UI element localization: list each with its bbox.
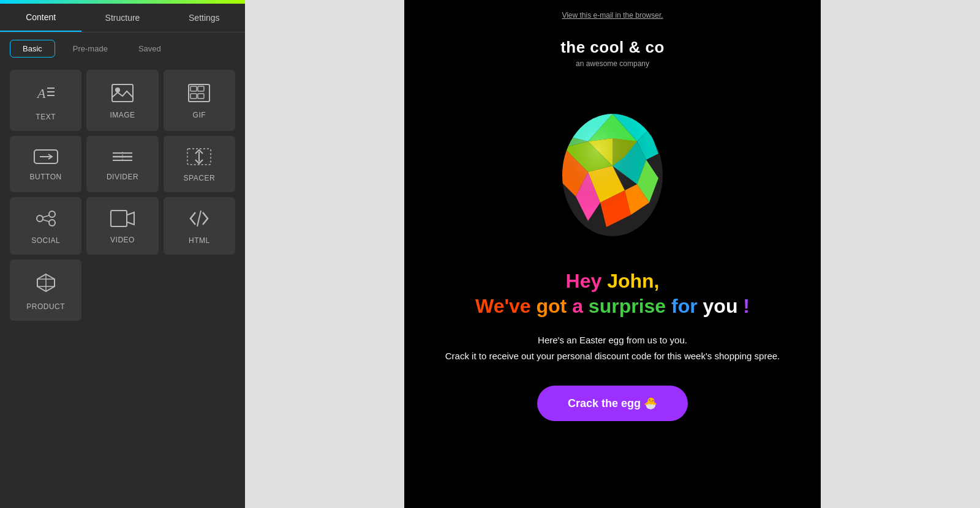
- svg-rect-9: [190, 94, 197, 99]
- svg-point-19: [49, 211, 55, 217]
- svg-line-22: [43, 215, 49, 217]
- tab-structure[interactable]: Structure: [81, 4, 163, 32]
- headline-line2: We've got a surprise for you !: [475, 295, 750, 318]
- block-product[interactable]: PRODUCT: [10, 260, 81, 321]
- brand-tagline: an awesome company: [560, 59, 665, 68]
- email-logo-area: the cool & co an awesome company: [560, 26, 665, 86]
- block-gif[interactable]: GIF: [164, 70, 235, 131]
- svg-point-20: [49, 220, 55, 226]
- body-line1: Here's an Easter egg from us to you.: [538, 335, 687, 345]
- browser-link[interactable]: View this e-mail in the browser.: [562, 0, 663, 26]
- got-text: got: [537, 295, 573, 317]
- svg-text:A: A: [36, 86, 46, 101]
- crack-egg-button[interactable]: Crack the egg 🐣: [537, 386, 688, 421]
- svg-line-23: [43, 220, 49, 222]
- tab-content[interactable]: Content: [0, 4, 81, 32]
- gif-icon: [188, 84, 210, 105]
- button-icon: [34, 149, 58, 166]
- svg-rect-6: [189, 84, 209, 102]
- block-button[interactable]: BUTTON: [10, 136, 81, 192]
- surprise-text: surprise: [589, 295, 671, 317]
- easter-egg-svg: [551, 99, 674, 245]
- block-button-label: BUTTON: [30, 173, 62, 181]
- for-text: for: [671, 295, 703, 317]
- spacer-icon: [187, 148, 211, 168]
- block-image[interactable]: IMAGE: [86, 70, 158, 131]
- a-text: a: [572, 295, 589, 317]
- product-icon: [35, 272, 57, 296]
- block-social-label: SOCIAL: [31, 236, 60, 245]
- block-divider[interactable]: DIVIDER: [86, 136, 158, 192]
- block-text[interactable]: A TEXT: [10, 70, 81, 131]
- body-line2: Crack it to receive out your personal di…: [445, 351, 780, 361]
- svg-rect-10: [198, 94, 204, 99]
- text-icon: A: [35, 82, 57, 106]
- image-icon: [111, 84, 134, 105]
- exclaim-text: !: [743, 295, 750, 317]
- headline-line1: Hey John,: [475, 270, 750, 293]
- main-tabs: Content Structure Settings: [0, 4, 245, 32]
- block-video[interactable]: VIDEO: [86, 197, 158, 255]
- block-social[interactable]: SOCIAL: [10, 197, 81, 255]
- svg-rect-7: [190, 86, 197, 91]
- social-icon: [35, 209, 57, 230]
- svg-rect-24: [111, 211, 127, 226]
- crack-egg-button-label: Crack the egg 🐣: [568, 397, 657, 410]
- svg-rect-4: [112, 84, 133, 102]
- right-panel: View this e-mail in the browser. the coo…: [245, 0, 980, 508]
- you-text: you: [703, 295, 738, 317]
- headline-area: Hey John, We've got a surprise for you !: [439, 270, 786, 332]
- left-panel: Content Structure Settings Basic Pre-mad…: [0, 0, 245, 508]
- sub-tab-basic[interactable]: Basic: [10, 40, 55, 58]
- svg-line-25: [197, 211, 201, 226]
- video-icon: [110, 210, 135, 230]
- html-icon: [188, 209, 210, 230]
- tab-settings[interactable]: Settings: [164, 4, 245, 32]
- block-spacer[interactable]: SPACER: [164, 136, 235, 192]
- block-html[interactable]: HTML: [164, 197, 235, 255]
- block-gif-label: GIF: [193, 111, 206, 119]
- svg-point-46: [562, 114, 663, 236]
- block-product-label: PRODUCT: [26, 302, 65, 311]
- email-preview: View this e-mail in the browser. the coo…: [404, 0, 821, 508]
- weve-text: We've: [475, 295, 537, 317]
- sub-tab-premade[interactable]: Pre-made: [60, 40, 121, 58]
- svg-rect-8: [198, 86, 204, 91]
- block-video-label: VIDEO: [110, 236, 135, 244]
- block-image-label: IMAGE: [110, 111, 135, 119]
- content-blocks-grid: A TEXT IMAGE: [0, 65, 245, 326]
- hey-text: Hey: [566, 270, 608, 292]
- block-divider-label: DIVIDER: [107, 173, 138, 181]
- egg-image: [545, 92, 680, 252]
- sub-tab-saved[interactable]: Saved: [126, 40, 174, 58]
- block-text-label: TEXT: [36, 113, 56, 121]
- name-text: John,: [607, 270, 659, 292]
- block-spacer-label: SPACER: [184, 174, 215, 182]
- divider-icon: [110, 149, 135, 166]
- sub-tabs-container: Basic Pre-made Saved: [0, 32, 245, 65]
- brand-name: the cool & co: [560, 38, 665, 57]
- body-text: Here's an Easter egg from us to you. Cra…: [409, 332, 816, 364]
- block-html-label: HTML: [189, 236, 210, 245]
- svg-point-21: [37, 215, 43, 222]
